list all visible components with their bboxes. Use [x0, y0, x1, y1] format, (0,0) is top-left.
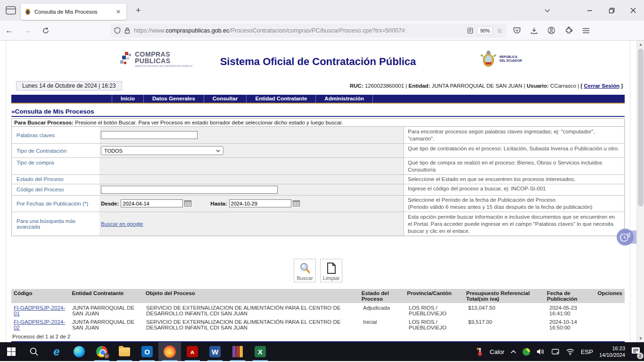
display-connect-icon[interactable] [551, 348, 560, 355]
pocket-icon[interactable] [513, 27, 521, 34]
status-bar: Lunes 14 de Octubre de 2024 | 16:23 RUC:… [11, 81, 625, 91]
codigo-proceso-input[interactable] [101, 186, 278, 194]
taskbar-explorer[interactable] [113, 342, 136, 361]
taskbar-word[interactable]: W [204, 342, 226, 361]
buscar-button[interactable]: Buscar [294, 259, 316, 282]
menu-item-inicio[interactable]: Inicio [112, 95, 143, 103]
system-tray: Calor ESP 16:23 14/10/2024 2 [476, 342, 644, 361]
desde-label: Desde: [101, 201, 119, 206]
menu-item-administracion[interactable]: Administración [315, 95, 373, 103]
calendar-desde-icon[interactable] [184, 200, 191, 206]
tab-list-chevron-icon[interactable] [544, 8, 551, 13]
language-indicator[interactable]: ESP [581, 348, 593, 355]
scroll-up-icon[interactable]: ▲ [637, 42, 644, 47]
close-window-icon[interactable] [622, 0, 644, 21]
taskbar-winrar[interactable] [226, 342, 249, 361]
firefox-view-icon[interactable] [5, 5, 17, 16]
tipo-contratacion-label: Tipo de Contratación [12, 144, 99, 157]
ruc-value: 1260023860001 [365, 83, 404, 89]
firefox-icon [164, 346, 176, 358]
tab-title: Consulta de Mis Procesos [34, 9, 111, 15]
zoom-level-badge[interactable]: 90% [477, 26, 493, 35]
tipo-contratacion-select[interactable]: TODOS [101, 146, 223, 155]
taskbar-ie[interactable]: e [45, 342, 68, 361]
vertical-scrollbar[interactable]: ▲ ▼ [636, 41, 644, 342]
tipo-compra-area [99, 158, 404, 174]
winrar-icon [232, 346, 243, 357]
back-icon[interactable]: ← [0, 26, 18, 35]
volume-icon[interactable] [537, 348, 545, 355]
taskbar-search-button[interactable] [23, 342, 45, 361]
keywords-help: Para encontrar procesos según palabras c… [404, 127, 624, 143]
extensions-icon[interactable] [565, 26, 573, 34]
menu-hamburger-icon[interactable] [582, 27, 590, 34]
header-presupuesto: Presupuesto Referencial Total(sin iva) [464, 289, 545, 303]
new-tab-button[interactable]: + [132, 6, 145, 16]
bookmark-star-icon[interactable]: ☆ [496, 27, 503, 34]
windows-start-icon [7, 347, 16, 356]
fechas-help-line2: (Periodo válido 6 meses antes y 15 días … [408, 204, 620, 211]
notification-center-button[interactable]: 2 [631, 347, 640, 357]
ecuador-seal: REPÚBLICA DEL ECUADOR [479, 49, 522, 69]
taskbar-chrome[interactable]: G [91, 342, 113, 361]
busqueda-avanzada-help: Esta opción permite buscar información e… [404, 212, 624, 236]
taskbar-excel[interactable]: X [249, 342, 272, 361]
tray-chevron-icon[interactable] [511, 350, 516, 354]
antivirus-icon[interactable] [522, 348, 530, 356]
browser-tab[interactable]: Consulta de Mis Procesos ✕ [21, 4, 126, 20]
limpiar-button[interactable]: Limpiar [320, 259, 342, 282]
tab-close-icon[interactable]: ✕ [114, 8, 123, 16]
restore-icon[interactable] [601, 0, 622, 21]
weather-thermometer-icon [476, 347, 484, 356]
logout-link[interactable]: Cerrar Sesión [584, 83, 619, 89]
reload-icon[interactable] [37, 27, 55, 34]
fecha-hasta-input[interactable] [229, 199, 291, 207]
internet-explorer-icon: e [53, 346, 59, 357]
winged-clock-icon [619, 231, 631, 243]
session-info: RUC: 1260023860001 | Entidad: JUNTA PARR… [350, 83, 625, 89]
usuario-value: CCarrasco [550, 83, 576, 89]
weather-text[interactable]: Calor [490, 348, 504, 355]
account-icon[interactable] [547, 26, 555, 34]
taskbar-edge[interactable] [68, 342, 91, 361]
tab-favicon-icon [25, 8, 31, 15]
url-bar[interactable]: https://www.compraspublicas.gob.ec/Proce… [110, 24, 506, 38]
start-button[interactable] [0, 342, 23, 361]
forward-icon[interactable]: → [18, 26, 37, 35]
proceso-codigo-link[interactable]: FI-GADPRSJP-2024-02 [14, 319, 65, 330]
google-search-link[interactable]: Buscar en google [101, 221, 143, 227]
ruc-label: RUC: [350, 83, 363, 89]
keywords-label: Palabras claves [12, 127, 99, 143]
header-fecha: Fecha de Publicación [545, 289, 595, 303]
fecha-desde-input[interactable] [121, 199, 183, 207]
outlook-icon: O [141, 346, 153, 357]
calendar-hasta-icon[interactable] [293, 200, 300, 206]
scrollbar-thumb[interactable] [638, 49, 644, 206]
reader-mode-icon[interactable] [467, 27, 473, 34]
taskbar-acrobat[interactable]: ᴀ [181, 342, 204, 361]
downloads-icon[interactable] [530, 27, 538, 34]
taskbar-firefox[interactable] [158, 342, 181, 361]
fechas-help-line1: Seleccione el Período de la fecha de Pub… [408, 197, 620, 204]
wifi-icon[interactable] [566, 348, 575, 355]
menu-item-consultar[interactable]: Consultar [204, 95, 247, 103]
url-text[interactable]: https://www.compraspublicas.gob.ec/Proce… [134, 27, 463, 34]
taskbar-outlook[interactable]: O [136, 342, 158, 361]
minimize-icon[interactable] [579, 0, 601, 21]
keywords-input[interactable] [101, 131, 198, 139]
floating-clock-widget[interactable] [616, 229, 636, 246]
windows-taskbar: e G O ᴀ W X Calor ESP 16:23 [0, 342, 644, 361]
scroll-down-icon[interactable]: ▼ [637, 336, 644, 341]
word-icon: W [209, 346, 221, 357]
menu-item-datos-generales[interactable]: Datos Generales [143, 95, 204, 103]
proceso-codigo-link[interactable]: FI-GADPRSJP-2024-01 [14, 305, 65, 316]
page-title: Sistema Oficial de Contratación Pública [11, 56, 625, 68]
menu-item-entidad-contratante[interactable]: Entidad Contratante [246, 95, 315, 103]
action-buttons: Buscar Limpiar [11, 259, 625, 282]
seal-line2: DEL ECUADOR [499, 59, 522, 63]
edge-icon [74, 346, 85, 357]
tracking-shield-icon[interactable] [114, 27, 121, 34]
file-explorer-icon [119, 347, 130, 356]
lock-icon[interactable] [124, 27, 130, 34]
tray-clock[interactable]: 16:23 14/10/2024 [599, 345, 625, 359]
